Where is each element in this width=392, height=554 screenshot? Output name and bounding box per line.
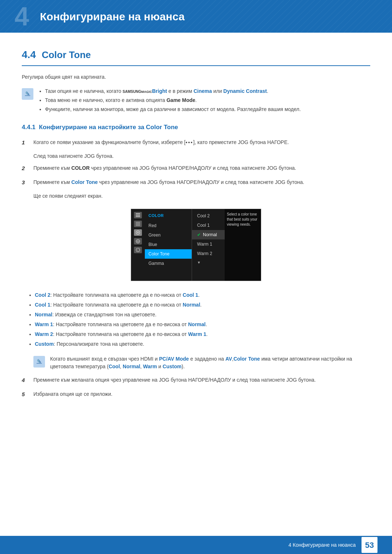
menu-screenshot-container: i COLOR Red Green Blue Color Tone Gamma … — [22, 209, 370, 281]
option-normal: Normal: Извежда се стандартния тон на цв… — [35, 311, 370, 319]
menu-item-red: Red — [145, 221, 192, 230]
footer-page-number: 53 — [362, 537, 377, 553]
note2-content: Когато външният вход е свързан чрез HDMI… — [50, 355, 370, 370]
step-1-sub: След това натиснете JOG бутона. — [33, 152, 370, 160]
footer-text: 4 Конфигуриране на нюанса — [289, 541, 356, 549]
section-heading: 4.4 Color Tone — [22, 47, 370, 66]
notes-list: Тази опция не е налична, когато SAMSUNGM… — [38, 87, 301, 115]
option-cool1: Cool 1: Настройвате топлината на цветове… — [35, 301, 370, 309]
menu-sidebar: i — [131, 209, 145, 281]
svg-rect-0 — [25, 95, 30, 96]
menu-color-header: COLOR — [145, 211, 192, 221]
section-number: 4.4 — [22, 47, 36, 62]
step-2: 2 Преминете към COLOR чрез управление на… — [22, 164, 370, 173]
svg-rect-6 — [136, 222, 140, 222]
menu-item-green: Green — [145, 230, 192, 240]
submenu-item-cool2: Cool 2 — [192, 211, 225, 221]
note-box-2: Когато външният вход е свързан чрез HDMI… — [33, 355, 370, 370]
menu-icon-5: i — [134, 247, 142, 253]
menu-tooltip: Select a color tone that best suits your… — [225, 209, 261, 281]
menu-icon-1 — [134, 212, 142, 218]
submenu-item-warm2: Warm 2 — [192, 249, 225, 258]
note-icon-2 — [33, 356, 45, 368]
svg-rect-8 — [136, 224, 140, 225]
submenu-item-warm1: Warm 1 — [192, 239, 225, 249]
menu-item-colortone: Color Tone — [145, 249, 192, 259]
menu-item-gamma: Gamma — [145, 259, 192, 268]
svg-rect-7 — [136, 223, 140, 223]
step-number-5: 5 — [22, 390, 28, 399]
section-title: Color Tone — [42, 48, 91, 62]
note-icon — [22, 88, 33, 100]
step-content-2: Преминете към COLOR чрез управление на J… — [33, 164, 296, 172]
main-content: 4.4 Color Tone Регулира общия цвят на ка… — [0, 33, 392, 433]
pencil-icon-2 — [36, 358, 42, 365]
step-1: 1 Когато се появи указание за функционал… — [22, 139, 370, 147]
step-3-sub: Ще се появи следният екран. — [33, 192, 370, 200]
menu-icon-3 — [134, 229, 142, 236]
svg-rect-17 — [37, 363, 42, 364]
step-5: 5 Избраната опция ще се приложи. — [22, 390, 370, 399]
submenu-item-normal: ✔ Normal — [192, 230, 225, 239]
menu-submenu: Cool 2 Cool 1 ✔ Normal Warm 1 Warm 2 ▼ — [192, 209, 225, 281]
step-number-4: 4 — [22, 376, 28, 385]
svg-text:i: i — [138, 249, 138, 251]
menu-icon-2 — [134, 221, 142, 227]
menu-item-blue: Blue — [145, 240, 192, 249]
step-number-3: 3 — [22, 178, 28, 187]
menu-main: COLOR Red Green Blue Color Tone Gamma — [145, 209, 192, 281]
step-3: 3 Преминете към Color Tone чрез управлен… — [22, 178, 370, 187]
step-content-5: Избраната опция ще се приложи. — [33, 390, 113, 398]
svg-rect-9 — [136, 225, 140, 226]
option-warm1: Warm 1: Настройвате топлината на цветове… — [35, 321, 370, 328]
note-item-3: Функциите, налични за монитора, може да … — [45, 106, 301, 113]
subsection-heading: 4.4.1 Конфигуриране на настройките за Co… — [22, 123, 370, 132]
submenu-item-arrow: ▼ — [192, 258, 225, 267]
svg-rect-5 — [136, 216, 140, 217]
note-box: Тази опция не е налична, когато SAMSUNGM… — [22, 87, 370, 115]
note-item-2: Това меню не е налично, когато е активна… — [45, 97, 301, 104]
intro-text: Регулира общия цвят на картината. — [22, 73, 370, 81]
menu-icon-4 — [134, 238, 142, 245]
step-number-2: 2 — [22, 164, 28, 173]
options-list: Cool 2: Настройвате топлината на цветове… — [22, 291, 370, 348]
subsection-number: 4.4.1 — [22, 124, 39, 131]
pencil-icon — [24, 91, 31, 97]
svg-point-11 — [137, 232, 139, 233]
step-content-3: Преминете към Color Tone чрез управление… — [33, 178, 304, 186]
menu-screenshot: i COLOR Red Green Blue Color Tone Gamma … — [131, 209, 261, 281]
step-content-4: Преминете към желаната опция чрез управл… — [33, 376, 316, 384]
option-custom: Custom: Персонализирате тона на цветовет… — [35, 340, 370, 348]
chapter-title: Конфигуриране на нюанса — [40, 8, 185, 25]
chapter-number: 4 — [15, 3, 29, 29]
step-content-1: Когато се появи указание за функционални… — [33, 139, 289, 146]
submenu-item-cool1: Cool 1 — [192, 221, 225, 230]
option-warm2: Warm 2: Настройвате топлината на цветове… — [35, 331, 370, 338]
svg-rect-3 — [136, 213, 140, 214]
note-item-1: Тази опция не е налична, когато SAMSUNGM… — [45, 87, 301, 95]
chapter-header: 4 Конфигуриране на нюанса — [0, 0, 392, 33]
subsection-title: Конфигуриране на настройките за Color To… — [39, 124, 178, 131]
svg-rect-4 — [136, 215, 140, 216]
footer: 4 Конфигуриране на нюанса 53 — [0, 536, 392, 554]
option-cool2: Cool 2: Настройвате топлината на цветове… — [35, 291, 370, 299]
step-4: 4 Преминете към желаната опция чрез упра… — [22, 376, 370, 385]
step-number-1: 1 — [22, 139, 28, 147]
